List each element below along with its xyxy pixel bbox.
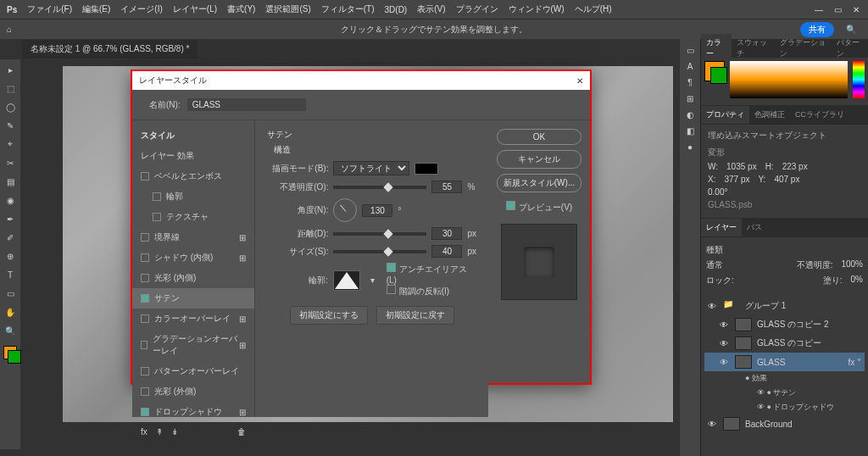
menu-3d[interactable]: 3D(D)	[385, 5, 408, 14]
blend-color-swatch[interactable]	[415, 163, 438, 175]
lasso-tool-icon[interactable]: ◯	[3, 100, 17, 114]
paragraph-panel-icon[interactable]: ¶	[687, 78, 692, 87]
angle-input[interactable]	[362, 204, 392, 217]
distance-slider[interactable]	[333, 232, 426, 236]
style-checkbox[interactable]	[141, 408, 149, 416]
panel-icon-3[interactable]: ⊞	[687, 94, 693, 103]
tab-adjustments[interactable]: 色調補正	[749, 106, 790, 124]
style-checkbox[interactable]	[141, 294, 149, 303]
window-close-icon[interactable]: ✕	[851, 4, 861, 14]
menu-plugin[interactable]: プラグイン	[456, 3, 498, 15]
trash-icon[interactable]: 🗑	[237, 427, 246, 437]
style-checkbox[interactable]	[141, 233, 149, 242]
character-panel-icon[interactable]: A	[687, 62, 693, 71]
menu-image[interactable]: イメージ(I)	[120, 3, 162, 15]
reset-default-button[interactable]: 初期設定に戻す	[376, 306, 454, 325]
visibility-icon[interactable]: 👁	[720, 320, 730, 330]
style-checkbox[interactable]	[141, 274, 149, 282]
add-icon[interactable]: ⊞	[239, 341, 246, 350]
style-checkbox[interactable]	[141, 172, 149, 181]
panel-icon-4[interactable]: ◐	[687, 110, 694, 120]
effects-header[interactable]: レイヤー 効果	[132, 146, 254, 166]
size-slider[interactable]	[333, 250, 426, 253]
tab-libraries[interactable]: CCライブラリ	[790, 106, 849, 124]
menu-layer[interactable]: レイヤー(L)	[173, 3, 217, 15]
hue-strip[interactable]	[853, 61, 865, 98]
opacity-input[interactable]	[431, 181, 462, 193]
style-光彩 (内側)[interactable]: 光彩 (内側)	[132, 268, 254, 288]
new-style-button[interactable]: 新規スタイル(W)...	[497, 174, 581, 192]
blend-select[interactable]: ソフトライト	[333, 161, 409, 175]
layer-GLASS[interactable]: 👁GLASSfx ˅	[704, 353, 865, 371]
shape-tool-icon[interactable]: ▭	[3, 286, 17, 300]
style-グラデーションオーバーレイ[interactable]: グラデーションオーバーレイ⊞	[132, 329, 254, 361]
panel-icon-6[interactable]: ●	[687, 142, 693, 152]
move-tool-icon[interactable]: ▸	[3, 63, 17, 76]
menu-window[interactable]: ウィンドウ(W)	[509, 3, 565, 15]
width-value[interactable]: 1035 px	[726, 162, 757, 171]
add-icon[interactable]: ⊞	[239, 408, 246, 417]
tab-patterns[interactable]: パターン	[832, 34, 868, 63]
tab-color[interactable]: カラー	[701, 34, 732, 63]
menu-edit[interactable]: 編集(E)	[82, 3, 110, 15]
color-swatch[interactable]	[3, 346, 17, 359]
fg-bg-swatch[interactable]	[704, 61, 725, 81]
color-picker[interactable]	[701, 58, 868, 105]
style-checkbox[interactable]	[141, 387, 149, 396]
document-tab[interactable]: 名称未設定 1 @ 66.7% (GLASS, RGB/8) *	[22, 40, 198, 58]
type-tool-icon[interactable]: T	[3, 268, 17, 281]
style-テクスチャ[interactable]: テクスチャ	[132, 207, 254, 227]
fill-value[interactable]: 0%	[851, 275, 863, 286]
invert-checkbox[interactable]	[387, 285, 396, 294]
layer-kind[interactable]: 種類	[706, 244, 723, 256]
clone-tool-icon[interactable]: ⊕	[3, 249, 17, 263]
fx-icon[interactable]: fx ˅	[848, 358, 861, 367]
angle-dial[interactable]	[333, 198, 357, 222]
visibility-icon[interactable]: 👁	[708, 302, 718, 311]
cancel-button[interactable]: キャンセル	[497, 150, 581, 169]
layer-fx-ドロップシャドウ[interactable]: 👁 ● ドロップシャドウ	[704, 400, 865, 414]
ok-button[interactable]: OK	[497, 129, 581, 145]
visibility-icon[interactable]: 👁	[720, 339, 730, 348]
angle-value[interactable]: 0.00°	[708, 187, 727, 197]
pencil-tool-icon[interactable]: ✐	[3, 231, 17, 244]
contour-picker[interactable]	[333, 270, 360, 291]
layer-fx-効果[interactable]: ● 効果	[704, 371, 865, 386]
y-value[interactable]: 407 px	[774, 175, 799, 184]
search-icon[interactable]: 🔍	[846, 25, 856, 34]
size-input[interactable]	[431, 245, 462, 258]
preview-checkbox[interactable]	[506, 201, 515, 210]
home-icon[interactable]: ⌂	[7, 25, 12, 34]
color-field[interactable]	[730, 61, 848, 98]
menu-file[interactable]: ファイル(F)	[27, 3, 72, 15]
layer-fx-サテン[interactable]: 👁 ● サテン	[704, 386, 865, 400]
style-checkbox[interactable]	[153, 213, 161, 221]
slice-tool-icon[interactable]: ✂	[3, 156, 17, 170]
tab-gradients[interactable]: グラデーション	[775, 34, 832, 63]
down-icon[interactable]: ↡	[171, 427, 178, 437]
window-minimize-icon[interactable]: —	[814, 4, 824, 14]
style-ドロップシャドウ[interactable]: ドロップシャドウ⊞	[132, 402, 254, 422]
zoom-tool-icon[interactable]: 🔍	[3, 324, 17, 337]
add-icon[interactable]: ⊞	[239, 253, 246, 263]
distance-input[interactable]	[431, 227, 462, 240]
brush-tool-icon[interactable]: ✎	[3, 119, 17, 132]
pen-tool-icon[interactable]: ✒	[3, 212, 17, 225]
up-icon[interactable]: ↟	[156, 427, 163, 437]
hand-tool-icon[interactable]: ✋	[3, 305, 17, 319]
tab-layers[interactable]: レイヤー	[701, 219, 742, 236]
layer-GLASS のコピー[interactable]: 👁GLASS のコピー	[704, 334, 865, 353]
style-ベベルとエンボス[interactable]: ベベルとエンボス	[132, 166, 254, 186]
style-カラーオーバーレイ[interactable]: カラーオーバーレイ⊞	[132, 309, 254, 329]
style-サテン[interactable]: サテン	[132, 288, 254, 309]
style-checkbox[interactable]	[153, 192, 161, 201]
tab-swatches[interactable]: スウォッチ	[732, 34, 775, 63]
antialias-checkbox[interactable]	[387, 263, 396, 272]
frame-tool-icon[interactable]: ▤	[3, 175, 17, 188]
menu-select[interactable]: 選択範囲(S)	[265, 3, 310, 15]
menu-type[interactable]: 書式(Y)	[227, 3, 255, 15]
style-パターンオーバーレイ[interactable]: パターンオーバーレイ	[132, 361, 254, 381]
styles-header[interactable]: スタイル	[132, 125, 254, 146]
height-value[interactable]: 223 px	[782, 162, 808, 171]
style-境界線[interactable]: 境界線⊞	[132, 227, 254, 247]
